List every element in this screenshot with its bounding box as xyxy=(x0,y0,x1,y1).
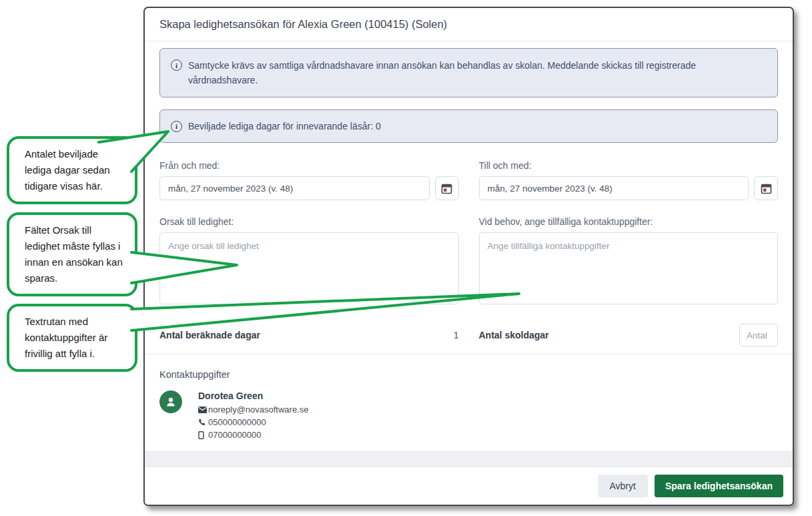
contact-card: Dorotea Green noreply@novasoftware.se 05… xyxy=(159,391,778,441)
to-date-input[interactable] xyxy=(479,176,749,200)
school-days-row: Antal skoldagar xyxy=(479,323,779,347)
dialog-title: Skapa ledighetsansökan för Alexia Green … xyxy=(145,8,793,41)
contact-mobile-row: 07000000000 xyxy=(198,429,309,441)
from-date-label: Från och med: xyxy=(159,160,459,171)
to-date-label: Till och med: xyxy=(479,160,779,171)
calculated-days-row: Antal beräknade dagar 1 xyxy=(159,323,459,347)
dialog-body: i Samtycke krävs av samtliga vårdnadshav… xyxy=(145,41,793,451)
reason-textarea[interactable] xyxy=(159,232,459,304)
reason-label: Orsak till ledighet: xyxy=(159,216,459,227)
temp-contact-field: Vid behov, ange tillfälliga kontaktuppgi… xyxy=(479,216,779,307)
contact-email: noreply@novasoftware.se xyxy=(208,403,309,416)
calculated-days-label: Antal beräknade dagar xyxy=(159,330,260,340)
info-icon: i xyxy=(171,59,182,71)
cancel-button[interactable]: Avbryt xyxy=(598,475,648,497)
info-icon: i xyxy=(171,121,182,132)
dialog-footer: Avbryt Spara ledighetsansökan xyxy=(145,467,793,505)
calendar-icon xyxy=(761,183,772,194)
contact-mobile: 07000000000 xyxy=(208,429,262,441)
granted-days-notice: i Beviljade lediga dagar för innevarande… xyxy=(159,109,778,143)
mobile-phone-icon xyxy=(198,431,208,439)
to-date-field: Till och med: xyxy=(479,160,779,200)
leave-application-dialog: Skapa ledighetsansökan för Alexia Green … xyxy=(143,7,794,506)
temp-contact-textarea[interactable] xyxy=(479,232,779,304)
contact-phone-row: 050000000000 xyxy=(198,416,309,429)
email-icon xyxy=(198,407,208,413)
consent-notice-text: Samtycke krävs av samtliga vårdnadshavar… xyxy=(188,58,767,87)
contacts-heading: Kontaktuppgifter xyxy=(159,369,778,380)
reason-field: Orsak till ledighet: xyxy=(159,216,459,307)
callout-reason-required-text: Fältet Orsak till ledighet måste fyllas … xyxy=(25,224,123,284)
school-days-label: Antal skoldagar xyxy=(479,330,549,340)
screenshot-stage: Skapa ledighetsansökan för Alexia Green … xyxy=(0,0,812,516)
contact-phone: 050000000000 xyxy=(208,416,266,429)
callout-contact-optional: Textrutan med kontaktuppgifter är frivil… xyxy=(7,304,137,372)
temp-contact-label: Vid behov, ange tillfälliga kontaktuppgi… xyxy=(479,216,779,227)
consent-notice: i Samtycke krävs av samtliga vårdnadshav… xyxy=(159,48,778,97)
person-icon xyxy=(165,396,177,408)
school-days-input[interactable] xyxy=(739,324,778,346)
calculated-days-value: 1 xyxy=(454,330,459,340)
section-divider xyxy=(145,354,793,354)
from-date-input[interactable] xyxy=(159,176,430,200)
callout-reason-required: Fältet Orsak till ledighet måste fyllas … xyxy=(7,212,137,296)
phone-icon xyxy=(198,419,208,426)
callout-granted-days: Antalet beviljade lediga dagar sedan tid… xyxy=(7,136,137,204)
contact-email-row: noreply@novasoftware.se xyxy=(198,403,309,416)
from-date-calendar-button[interactable] xyxy=(435,176,459,200)
callout-contact-optional-text: Textrutan med kontaktuppgifter är frivil… xyxy=(25,316,107,359)
contact-name: Dorotea Green xyxy=(198,391,309,401)
save-leave-application-button[interactable]: Spara ledighetsansökan xyxy=(655,475,783,497)
from-date-field: Från och med: xyxy=(159,160,459,200)
callout-granted-days-text: Antalet beviljade lediga dagar sedan tid… xyxy=(25,148,110,192)
footer-separator-strip xyxy=(145,451,793,467)
granted-days-text: Beviljade lediga dagar för innevarande l… xyxy=(188,119,381,134)
calendar-icon xyxy=(441,183,452,194)
to-date-calendar-button[interactable] xyxy=(754,176,778,200)
avatar xyxy=(159,391,182,413)
